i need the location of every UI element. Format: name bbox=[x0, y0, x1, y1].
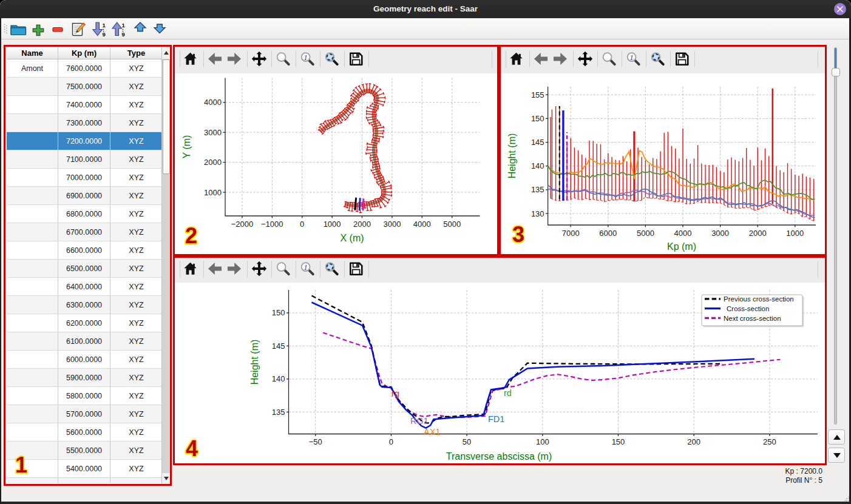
svg-text:135: 135 bbox=[272, 408, 285, 417]
svg-text:Previous cross-section: Previous cross-section bbox=[724, 295, 794, 303]
svg-text:145: 145 bbox=[272, 341, 285, 351]
svg-text:X (m): X (m) bbox=[340, 233, 364, 243]
svg-text:−2000: −2000 bbox=[231, 220, 254, 229]
svg-text:RG1: RG1 bbox=[410, 416, 429, 426]
svg-text:250: 250 bbox=[763, 437, 776, 446]
svg-text:2000: 2000 bbox=[204, 158, 222, 167]
svg-text:1: 1 bbox=[103, 22, 106, 29]
svg-text:Transverse abscissa (m): Transverse abscissa (m) bbox=[446, 451, 552, 462]
svg-text:3000: 3000 bbox=[711, 229, 729, 238]
svg-text:1: 1 bbox=[122, 22, 126, 29]
svg-text:135: 135 bbox=[531, 185, 544, 194]
svg-text:−1000: −1000 bbox=[261, 220, 283, 229]
svg-text:145: 145 bbox=[531, 138, 544, 147]
svg-text:1000: 1000 bbox=[324, 220, 341, 229]
svg-text:rd: rd bbox=[504, 388, 512, 398]
svg-text:0: 0 bbox=[389, 437, 393, 446]
svg-text:140: 140 bbox=[272, 374, 285, 383]
svg-text:150: 150 bbox=[612, 437, 625, 446]
svg-text:6000: 6000 bbox=[599, 229, 617, 238]
svg-text:−50: −50 bbox=[309, 437, 322, 446]
svg-text:2000: 2000 bbox=[353, 220, 371, 229]
svg-text:140: 140 bbox=[531, 161, 544, 170]
svg-text:9: 9 bbox=[103, 31, 106, 38]
svg-text:Next cross-section: Next cross-section bbox=[724, 315, 781, 322]
svg-text:Height (m): Height (m) bbox=[507, 133, 517, 179]
svg-text:5000: 5000 bbox=[443, 220, 461, 229]
svg-text:4000: 4000 bbox=[204, 98, 222, 107]
svg-text:1000: 1000 bbox=[786, 229, 804, 238]
svg-text:50: 50 bbox=[463, 437, 471, 446]
svg-text:150: 150 bbox=[272, 308, 285, 317]
svg-text:Kp (m): Kp (m) bbox=[667, 241, 696, 252]
svg-text:0: 0 bbox=[300, 220, 304, 229]
svg-text:AX1: AX1 bbox=[424, 427, 440, 437]
svg-text:4000: 4000 bbox=[674, 229, 692, 238]
svg-text:2000: 2000 bbox=[749, 229, 767, 238]
svg-text:3000: 3000 bbox=[383, 220, 401, 229]
svg-text:4000: 4000 bbox=[413, 220, 431, 229]
svg-text:150: 150 bbox=[531, 114, 544, 123]
svg-text:155: 155 bbox=[531, 90, 544, 99]
svg-text:1000: 1000 bbox=[204, 188, 222, 197]
svg-text:FD1: FD1 bbox=[488, 414, 504, 424]
svg-text:rg: rg bbox=[392, 389, 399, 398]
svg-text:5000: 5000 bbox=[637, 229, 654, 238]
svg-text:9: 9 bbox=[122, 31, 125, 38]
svg-text:100: 100 bbox=[536, 437, 549, 446]
svg-text:Y (m): Y (m) bbox=[181, 135, 192, 159]
svg-text:3000: 3000 bbox=[204, 128, 222, 137]
svg-text:130: 130 bbox=[531, 209, 544, 218]
svg-text:Cross-section: Cross-section bbox=[727, 305, 769, 312]
svg-text:200: 200 bbox=[687, 437, 700, 446]
svg-text:7000: 7000 bbox=[562, 229, 580, 238]
svg-text:Height (m): Height (m) bbox=[249, 340, 260, 385]
